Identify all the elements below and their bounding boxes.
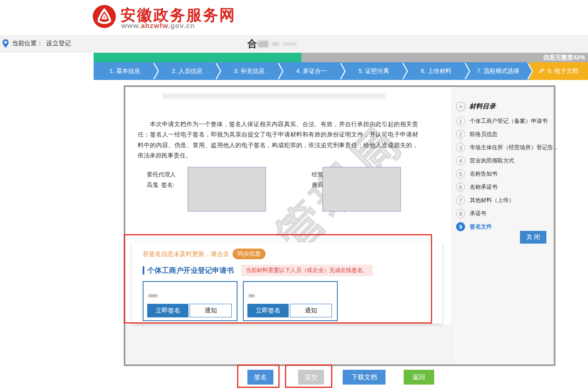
tab-process-mode[interactable]: 7. 流程模式选择 — [467, 62, 529, 80]
materials-directory-header: ≡ 材料目录 — [456, 102, 496, 111]
signer-cards: 立即签名 通知 立即签名 通知 — [143, 281, 442, 321]
item-number: 6 — [456, 183, 465, 192]
submit-button[interactable]: 提交 — [298, 370, 324, 385]
item-number: 1 — [456, 117, 465, 126]
item-number: 3 — [456, 143, 465, 152]
blur-smudge — [258, 41, 268, 47]
sync-hint-row: 若签名信息未及时更新，请点击 同步信息 — [143, 249, 442, 259]
material-item-9-active[interactable]: 9签名文件 — [456, 222, 492, 231]
breadcrumb: 当前位置： 设立登记 — [2, 39, 71, 48]
tab-upload-materials[interactable]: 6. 上传材料 — [405, 62, 467, 80]
tab-cert-separation[interactable]: 5. 证照分离 — [343, 62, 405, 80]
signature-box-operator[interactable] — [322, 167, 401, 211]
tab-label: 6. 上传材料 — [421, 67, 451, 75]
sign-button[interactable]: 签名 — [247, 370, 273, 385]
signer-role: 委托代理人 — [147, 171, 176, 178]
tab-supplementary-info[interactable]: 3. 补充信息 — [218, 62, 280, 80]
chevron-separator-icon — [215, 62, 222, 80]
download-button[interactable]: 下载文档 — [343, 370, 386, 385]
url-prefix: www. — [121, 22, 141, 30]
sync-info-button[interactable]: 同步信息 — [233, 249, 266, 259]
item-label: 签名文件 — [470, 223, 492, 230]
site-logo-icon — [92, 5, 116, 30]
card-buttons: 立即签名 通知 — [147, 304, 232, 317]
clipboard-icon: ≡ — [456, 102, 466, 111]
tab-label: 4. 多证合一 — [296, 67, 327, 75]
item-label: 名称告知书 — [470, 170, 498, 178]
legal-declaration-text: 本次申请文档作为一个整体，签名人保证相关内容真实、合法、有效，并自行承担由此引起… — [138, 119, 418, 161]
location-pin-icon — [2, 39, 9, 48]
back-button[interactable]: 返回 — [404, 370, 434, 385]
document-page: 管理局 本次申请文档作为一个整体，签名人保证相关内容真实、合法、有效，并自行承担… — [125, 87, 452, 364]
progress-fill — [94, 53, 301, 62]
tab-e-document-active[interactable]: ✎ 8. 电子文档 — [529, 62, 588, 80]
item-number: 9 — [456, 222, 465, 231]
tab-personnel-info[interactable]: 2. 人员信息 — [156, 62, 218, 80]
item-label: 联络员信息 — [470, 131, 498, 138]
material-item-6[interactable]: 6名称承诺书 — [456, 183, 498, 192]
signer-name: 高鬼 — [147, 182, 158, 188]
document-viewer: 管理局 本次申请文档作为一个整体，签名人保证相关内容真实、合法、有效，并自行承担… — [124, 85, 555, 366]
document-bottom-strip — [125, 325, 452, 364]
chevron-separator-active-icon — [526, 62, 534, 80]
blur-smudge — [272, 42, 279, 46]
card-buttons: 立即签名 通知 — [247, 304, 332, 317]
item-number: 4 — [456, 156, 465, 165]
notify-button[interactable]: 通知 — [190, 304, 232, 317]
item-number: 7 — [456, 196, 465, 205]
signer-card: 立即签名 通知 — [143, 281, 238, 321]
material-item-8[interactable]: 8承诺书 — [456, 209, 487, 218]
signature-box-agent[interactable] — [188, 167, 266, 211]
material-item-3[interactable]: 3市场主体住所（经营场所）登记告... — [456, 143, 558, 152]
page: 安徽政务服务网 www.ahzwfw.gov.cn 当前位置： 设立登记 合 信… — [0, 0, 588, 392]
tab-label: 8. 电子文档 — [548, 67, 579, 75]
online-sign-panel: 若签名信息未及时更新，请点击 同步信息 个体工商户开业登记申请书 当前材料需要以… — [132, 242, 442, 324]
item-label: 营业执照领取方式 — [470, 157, 514, 164]
pencil-icon: ✎ — [539, 67, 544, 75]
notify-button[interactable]: 通知 — [290, 304, 332, 317]
tab-multi-cert[interactable]: 4. 多证合一 — [280, 62, 343, 80]
materials-sidebar: ≡ 材料目录 1个体工商户登记（备案）申请书 2联络员信息 3市场主体住所（经营… — [452, 87, 554, 364]
breadcrumb-label: 当前位置： — [12, 40, 43, 47]
step-tabs: 1. 基本信息 2. 人员信息 3. 补充信息 4. 多证合一 5. 证照分离 … — [94, 62, 588, 80]
item-label: 名称承诺书 — [470, 183, 498, 191]
item-label: 承诺书 — [470, 210, 487, 217]
materials-directory-title: 材料目录 — [469, 102, 496, 111]
sign-required-note: 当前材料需要以下人员（或企业）完成在线签名。 — [241, 265, 373, 276]
item-label: 市场主体住所（经营场所）登记告... — [470, 144, 558, 151]
chevron-separator-icon — [153, 62, 160, 80]
material-title: 个体工商户开业登记申请书 — [147, 265, 234, 275]
site-url: www.ahzwfw.gov.cn — [121, 22, 195, 30]
chevron-separator-icon — [277, 62, 285, 80]
item-label: 其他材料（上传） — [470, 197, 514, 204]
tab-label: 7. 流程模式选择 — [477, 67, 519, 75]
material-item-5[interactable]: 5名称告知书 — [456, 169, 498, 178]
signer-name-blurred — [148, 294, 158, 297]
material-item-2[interactable]: 2联络员信息 — [456, 130, 498, 139]
close-button[interactable]: 关 闭 — [520, 231, 546, 244]
chevron-separator-icon — [402, 62, 409, 80]
faded-title-placeholder — [162, 94, 385, 99]
signer-label-agent: 委托代理人 高鬼 签名: — [147, 169, 176, 190]
tab-basic-info[interactable]: 1. 基本信息 — [94, 62, 156, 80]
blur-smudge — [282, 42, 296, 45]
material-item-7[interactable]: 7其他材料（上传） — [456, 196, 514, 205]
sign-now-button[interactable]: 立即签名 — [147, 304, 188, 317]
url-domain: ahzwfw — [141, 22, 168, 30]
tab-label: 3. 补充信息 — [234, 67, 264, 75]
sign-now-button[interactable]: 立即签名 — [247, 304, 289, 317]
material-item-1[interactable]: 1个体工商户登记（备案）申请书 — [456, 117, 548, 126]
material-item-4[interactable]: 4营业执照领取方式 — [456, 156, 514, 165]
completeness-progressbar: 信息完整度42% — [94, 53, 588, 62]
progress-label: 信息完整度42% — [543, 54, 585, 61]
chevron-separator-icon — [339, 62, 347, 80]
breadcrumb-current: 设立登记 — [46, 40, 71, 47]
item-number: 5 — [456, 169, 465, 178]
signer-name-blurred — [249, 294, 254, 297]
breadcrumb-bar: 当前位置： 设立登记 合 — [0, 35, 588, 53]
center-title-blurred: 合 — [247, 38, 296, 50]
item-number: 8 — [456, 209, 465, 218]
item-number: 2 — [456, 130, 465, 139]
signer-card: 立即签名 通知 — [243, 281, 338, 321]
center-title-text: 合 — [247, 38, 257, 50]
